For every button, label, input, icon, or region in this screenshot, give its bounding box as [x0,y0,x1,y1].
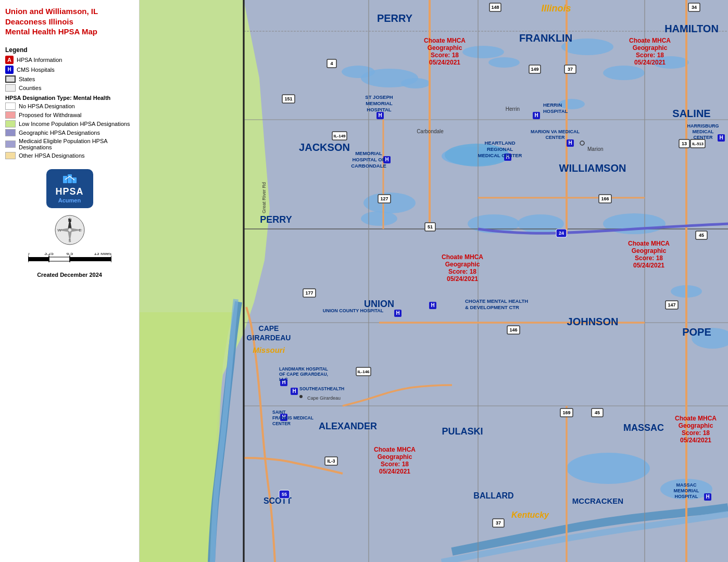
svg-text:147: 147 [668,302,675,308]
svg-text:148: 148 [491,5,499,10]
app-layout: Union and Williamson, IL Deaconess Illin… [0,0,728,562]
svg-text:Geographic: Geographic [378,453,412,461]
svg-text:3.25: 3.25 [44,253,54,256]
svg-point-27 [462,46,504,58]
svg-text:127: 127 [380,196,388,201]
svg-text:146: 146 [509,327,517,333]
no-hpsa-box [5,103,16,110]
svg-text:55: 55 [282,492,287,497]
svg-text:Score: 18: Score: 18 [635,254,663,262]
svg-text:177: 177 [305,290,313,296]
legend-item-cms: H CMS Hospitals [5,66,134,74]
hpsa-acumen-logo: HPSA Acumen [46,169,93,208]
legend-item-states: States [5,75,134,83]
svg-text:IL-3: IL-3 [327,458,335,464]
svg-text:GIRARDEAU: GIRARDEAU [247,334,291,342]
svg-text:51: 51 [428,224,433,229]
svg-text:CENTER: CENTER [545,135,565,140]
svg-text:151: 151 [284,96,292,101]
svg-text:N: N [68,218,71,223]
svg-text:4: 4 [330,61,333,66]
svg-text:LANDMARK HOSPITAL: LANDMARK HOSPITAL [279,366,328,372]
svg-point-26 [401,78,430,88]
geographic-box [5,129,16,136]
svg-text:Geographic: Geographic [633,44,668,52]
svg-text:6.5: 6.5 [66,253,73,256]
svg-text:H: H [385,157,388,162]
logo-area: HPSA Acumen N S E W [5,169,134,278]
svg-text:Herrin: Herrin [506,106,520,112]
svg-text:IL-513: IL-513 [692,142,704,146]
svg-text:ST JOSEPH: ST JOSEPH [365,94,393,100]
hpsa-label: HPSA Information [17,57,62,63]
states-box [5,75,16,83]
svg-text:H: H [378,112,382,118]
svg-text:HAMILTON: HAMILTON [664,23,719,34]
svg-text:CARBONDALE: CARBONDALE [351,163,386,169]
svg-text:Illinois: Illinois [541,3,571,14]
states-label: States [19,76,35,82]
map-area: H H H H H H H H H [140,0,728,562]
svg-text:Choate MHCA: Choate MHCA [628,240,670,247]
svg-point-32 [559,99,585,109]
svg-text:JOHNSON: JOHNSON [567,316,619,327]
svg-text:JACKSON: JACKSON [299,142,350,153]
no-hpsa-label: No HPSA Designation [19,103,75,109]
svg-text:Choate MHCA: Choate MHCA [442,253,483,261]
legend-item-low-income: Low Income Population HPSA Designations [5,120,134,127]
svg-text:PERRY: PERRY [260,214,292,225]
svg-text:05/24/2021: 05/24/2021 [633,262,664,269]
svg-text:HOSPITAL: HOSPITAL [543,108,568,114]
counties-box [5,84,16,92]
title-block: Union and Williamson, IL Deaconess Illin… [5,6,134,37]
svg-text:MARION VA MEDICAL: MARION VA MEDICAL [531,129,580,134]
svg-text:24: 24 [559,231,564,236]
svg-text:Geographic: Geographic [679,422,713,429]
svg-text:Score: 18: Score: 18 [636,52,664,59]
svg-point-25 [342,66,375,78]
hpsa-legend-title: HPSA Designation Type: Mental Health [5,95,134,101]
svg-rect-2 [72,177,77,183]
legend-item-counties: Counties [5,84,134,92]
svg-text:Score: 18: Score: 18 [431,52,459,59]
svg-text:SAINT: SAINT [272,410,286,415]
logo-text-acumen: Acumen [58,197,81,203]
svg-text:CENTER: CENTER [272,421,291,426]
svg-text:H: H [568,140,572,146]
svg-text:BALLARD: BALLARD [473,491,513,500]
svg-text:Geographic: Geographic [428,44,462,52]
svg-rect-12 [28,257,49,261]
svg-point-41 [567,453,650,484]
svg-text:MCCRACKEN: MCCRACKEN [572,496,623,505]
svg-text:45: 45 [699,233,704,238]
cms-icon: H [5,66,14,74]
svg-text:149: 149 [531,67,538,72]
svg-point-28 [488,57,520,68]
svg-text:H: H [719,135,723,140]
map-title: Union and Williamson, IL Deaconess Illin… [5,6,134,37]
svg-text:45: 45 [595,410,600,415]
svg-point-36 [361,211,397,226]
scale-bar: 0 3.25 6.5 13 Miles [28,253,111,265]
svg-text:05/24/2021: 05/24/2021 [429,59,460,66]
svg-rect-1 [68,174,72,183]
svg-text:13: 13 [682,141,687,146]
svg-text:Score: 18: Score: 18 [381,461,409,468]
created-text: Created December 2024 [37,272,102,278]
svg-text:WILLIAMSON: WILLIAMSON [559,162,626,174]
svg-text:169: 169 [562,410,570,415]
svg-text:Geographic: Geographic [445,261,480,268]
svg-text:Choate MHCA: Choate MHCA [629,37,671,44]
svg-text:Missouri: Missouri [253,346,285,354]
svg-text:H: H [706,494,709,500]
svg-text:Choate MHCA: Choate MHCA [424,37,466,44]
svg-text:PERRY: PERRY [377,12,413,24]
legend-item-geographic: Geographic HPSA Designations [5,129,134,136]
svg-text:MASSAC: MASSAC [623,423,664,433]
svg-text:H: H [431,302,434,308]
other-box [5,152,16,159]
legend-item-hpsa: A HPSA Information [5,56,134,64]
svg-text:H: H [396,310,399,316]
svg-text:0: 0 [28,253,30,256]
svg-text:Score: 18: Score: 18 [448,268,476,275]
